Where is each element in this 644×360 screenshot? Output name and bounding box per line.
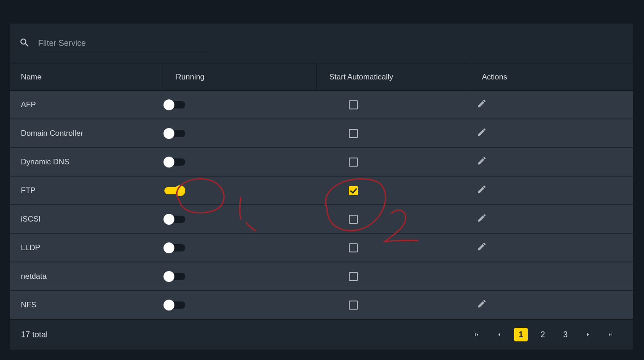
auto-cell <box>316 215 469 224</box>
pager-last-button[interactable] <box>603 327 619 342</box>
auto-cell <box>316 100 469 109</box>
actions-cell <box>469 99 623 111</box>
running-cell <box>163 187 316 194</box>
actions-cell <box>469 299 623 311</box>
edit-icon[interactable] <box>477 213 487 225</box>
table-row: netdata <box>10 262 633 291</box>
running-cell <box>163 301 316 309</box>
pager-page-3[interactable]: 3 <box>558 327 573 342</box>
pager-next-button[interactable] <box>580 327 596 342</box>
pager: 123 <box>465 327 622 342</box>
col-header-name: Name <box>10 73 163 82</box>
edit-icon[interactable] <box>477 242 487 254</box>
running-cell <box>163 101 316 108</box>
table-row: NFS <box>10 291 633 319</box>
pager-page-2[interactable]: 2 <box>535 327 550 342</box>
auto-cell <box>316 158 469 167</box>
running-cell <box>163 130 316 137</box>
auto-start-checkbox[interactable] <box>349 243 358 252</box>
running-toggle[interactable] <box>164 130 185 137</box>
table-row: Domain Controller <box>10 119 633 148</box>
edit-icon[interactable] <box>477 299 487 311</box>
actions-cell <box>469 184 623 197</box>
service-name: FTP <box>10 186 163 195</box>
total-count: 17 total <box>21 330 48 340</box>
auto-start-checkbox[interactable] <box>349 100 358 109</box>
table-header: Name Running Start Automatically Actions <box>10 64 633 91</box>
filter-input[interactable] <box>36 35 209 52</box>
running-toggle[interactable] <box>164 301 185 309</box>
table-footer: 17 total 123 <box>10 319 633 350</box>
edit-icon[interactable] <box>477 156 487 168</box>
actions-cell <box>469 156 623 168</box>
auto-start-checkbox[interactable] <box>349 215 358 224</box>
edit-icon[interactable] <box>477 127 487 139</box>
running-cell <box>163 273 316 280</box>
service-name: Dynamic DNS <box>10 158 163 167</box>
running-toggle[interactable] <box>164 244 185 252</box>
edit-icon[interactable] <box>477 99 487 111</box>
running-cell <box>163 158 316 166</box>
actions-cell <box>469 242 623 254</box>
filter-bar <box>10 24 633 64</box>
auto-start-checkbox[interactable] <box>349 301 358 310</box>
auto-cell <box>316 301 469 310</box>
service-name: LLDP <box>10 243 163 252</box>
col-header-actions: Actions <box>469 64 623 90</box>
pager-page-1[interactable]: 1 <box>514 328 528 341</box>
running-toggle[interactable] <box>164 187 185 194</box>
search-icon <box>19 37 30 50</box>
running-toggle[interactable] <box>164 216 185 223</box>
auto-start-checkbox[interactable] <box>349 272 358 281</box>
actions-cell <box>469 213 623 225</box>
auto-start-checkbox[interactable] <box>349 158 358 167</box>
services-panel: Name Running Start Automatically Actions… <box>10 24 633 350</box>
auto-start-checkbox[interactable] <box>349 186 358 195</box>
service-name: Domain Controller <box>10 129 163 138</box>
table-body: AFPDomain ControllerDynamic DNSFTPiSCSIL… <box>10 91 633 319</box>
table-row: FTP <box>10 177 633 205</box>
running-cell <box>163 216 316 223</box>
service-name: netdata <box>10 272 163 281</box>
service-name: AFP <box>10 100 163 109</box>
auto-cell <box>316 243 469 252</box>
service-name: iSCSI <box>10 215 163 224</box>
table-row: LLDP <box>10 234 633 262</box>
actions-cell <box>469 127 623 139</box>
running-cell <box>163 244 316 252</box>
pager-first-button[interactable] <box>469 327 484 342</box>
running-toggle[interactable] <box>164 273 185 280</box>
running-toggle[interactable] <box>164 158 185 166</box>
table-row: iSCSI <box>10 205 633 234</box>
running-toggle[interactable] <box>164 101 185 108</box>
table-row: Dynamic DNS <box>10 148 633 177</box>
auto-start-checkbox[interactable] <box>349 129 358 138</box>
edit-icon[interactable] <box>477 184 487 197</box>
table-row: AFP <box>10 91 633 119</box>
auto-cell <box>316 272 469 281</box>
col-header-auto: Start Automatically <box>316 64 469 90</box>
auto-cell <box>316 186 469 195</box>
col-header-running: Running <box>163 64 316 90</box>
service-name: NFS <box>10 301 163 310</box>
pager-prev-button[interactable] <box>491 327 507 342</box>
auto-cell <box>316 129 469 138</box>
